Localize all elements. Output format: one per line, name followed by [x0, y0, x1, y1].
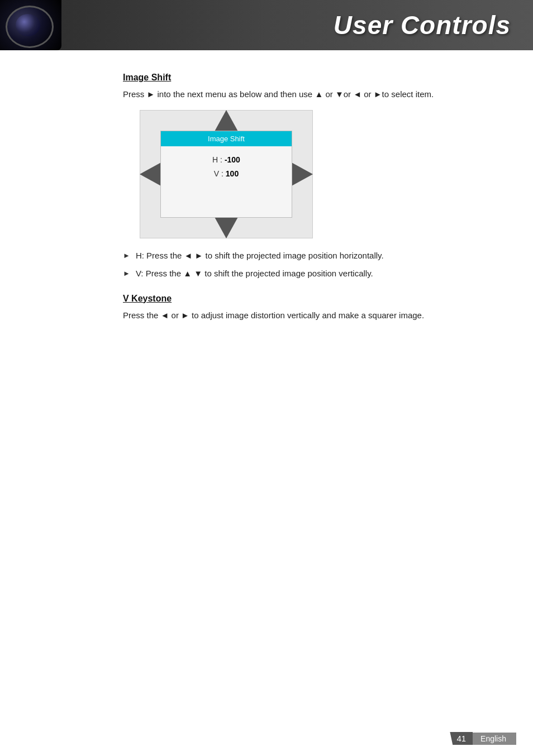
image-shift-title: Image Shift: [123, 73, 499, 83]
arrow-up-icon: [214, 110, 239, 132]
v-label: V :: [214, 169, 223, 178]
bullet-text-h: H: Press the ◄ ► to shift the projected …: [136, 250, 384, 262]
v-value: 100: [226, 169, 239, 178]
arrow-down-icon: [214, 216, 239, 238]
diagram-inner-panel: Image Shift H : -100 V : 100: [160, 131, 292, 218]
v-keystone-title: V Keystone: [123, 294, 499, 304]
h-value: -100: [225, 155, 240, 164]
footer: 41 English: [450, 732, 516, 745]
v-keystone-text: Press the ◄ or ► to adjust image distort…: [123, 309, 499, 322]
bullet-arrow-icon: ►: [123, 250, 130, 261]
v-keystone-section: V Keystone Press the ◄ or ► to adjust im…: [123, 294, 499, 322]
lens-image: [0, 0, 61, 50]
main-content: Image Shift Press ► into the next menu a…: [0, 50, 533, 364]
bullet-text-v: V: Press the ▲ ▼ to shift the projected …: [136, 267, 373, 280]
image-shift-diagram: Image Shift H : -100 V : 100: [140, 110, 313, 238]
image-shift-section: Image Shift Press ► into the next menu a…: [123, 73, 499, 280]
arrow-left-icon: [140, 162, 162, 186]
diagram-values: H : -100 V : 100: [161, 146, 292, 181]
h-label: H :: [212, 155, 222, 164]
image-shift-bullets: ► H: Press the ◄ ► to shift the projecte…: [123, 250, 499, 280]
page-number: 41: [450, 732, 473, 745]
h-value-line: H : -100: [161, 153, 292, 167]
image-shift-intro: Press ► into the next menu as below and …: [123, 88, 499, 101]
list-item: ► H: Press the ◄ ► to shift the projecte…: [123, 250, 499, 262]
bullet-arrow-icon: ►: [123, 268, 130, 279]
diagram-inner-title: Image Shift: [161, 131, 292, 146]
list-item: ► V: Press the ▲ ▼ to shift the projecte…: [123, 267, 499, 280]
page-title: User Controls: [334, 10, 511, 40]
language-label: English: [473, 733, 516, 745]
header: User Controls: [0, 0, 533, 50]
arrow-right-icon: [291, 162, 313, 186]
v-value-line: V : 100: [161, 167, 292, 181]
